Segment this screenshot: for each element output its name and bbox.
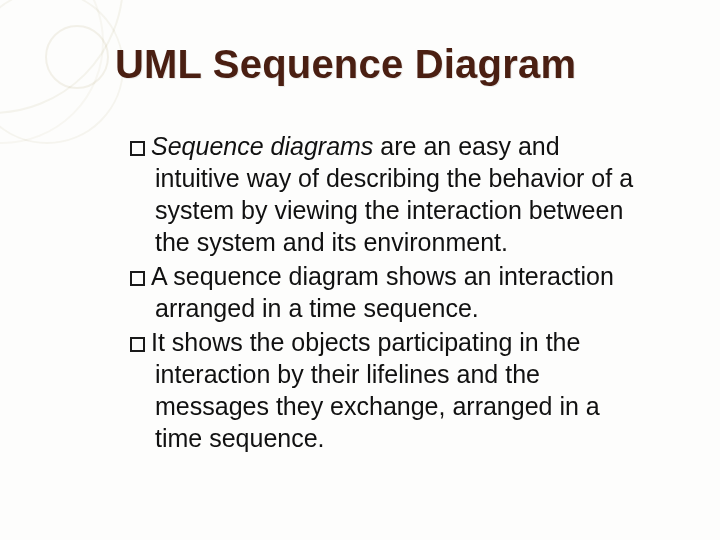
bullet-icon — [130, 271, 145, 286]
bullet-lead: Sequence diagrams — [151, 132, 373, 160]
slide-title: UML Sequence Diagram — [115, 42, 576, 87]
decorative-circle — [45, 25, 109, 89]
bullet-text: A sequence diagram shows an interaction … — [151, 262, 614, 322]
slide: UML Sequence Diagram Sequence diagrams a… — [0, 0, 720, 540]
bullet-icon — [130, 141, 145, 156]
slide-body: Sequence diagrams are an easy and intuit… — [130, 130, 650, 456]
bullet-text: It shows the objects participating in th… — [151, 328, 600, 452]
bullet-item: It shows the objects participating in th… — [130, 326, 650, 454]
bullet-item: Sequence diagrams are an easy and intuit… — [130, 130, 650, 258]
bullet-icon — [130, 337, 145, 352]
bullet-item: A sequence diagram shows an interaction … — [130, 260, 650, 324]
